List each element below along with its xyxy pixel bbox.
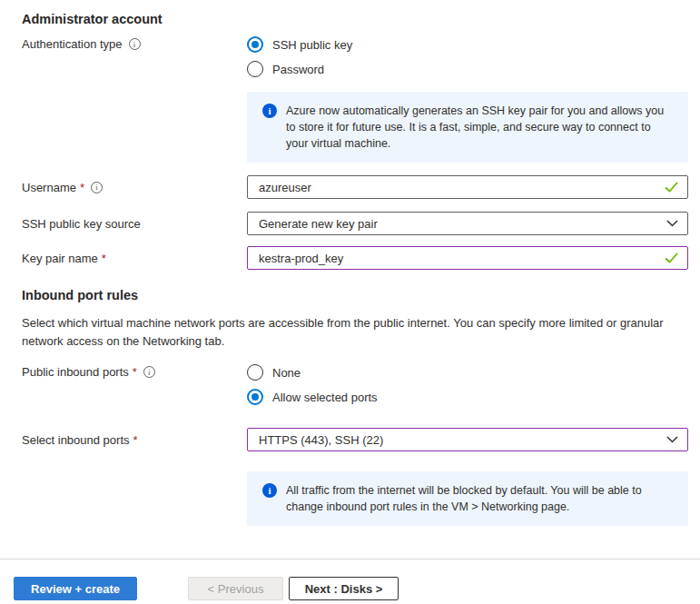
required-asterisk: * [133, 365, 137, 379]
inbound-traffic-info-box: All traffic from the internet will be bl… [247, 471, 688, 526]
row-select-inbound-ports: Select inbound ports* HTTPS (443), SSH (… [0, 428, 700, 451]
valid-check-icon [665, 182, 678, 193]
info-icon [262, 483, 277, 498]
radio-label: None [272, 366, 301, 380]
radio-selected-icon [247, 36, 263, 53]
row-ssh-public-key-source: SSH public key source Generate new key p… [0, 212, 700, 235]
radio-label: Allow selected ports [272, 391, 378, 404]
row-authentication-type: Authentication type SSH public key Passw… [0, 35, 700, 84]
row-key-pair-name: Key pair name* [0, 246, 700, 270]
row-username: Username* [0, 175, 700, 199]
dropdown-selected-value: HTTPS (443), SSH (22) [259, 433, 383, 447]
valid-check-icon [665, 252, 678, 263]
username-label: Username* [22, 181, 84, 194]
key-pair-name-input[interactable] [247, 246, 688, 270]
authentication-type-label: Authentication type [22, 37, 123, 51]
required-asterisk: * [133, 433, 138, 447]
ssh-key-source-label: SSH public key source [22, 217, 141, 231]
radio-none[interactable]: None [247, 363, 688, 381]
key-pair-name-label: Key pair name* [22, 252, 106, 265]
section-title-administrator-account: Administrator account [0, 0, 700, 26]
public-inbound-ports-label: Public inbound ports* [22, 365, 137, 379]
ssh-keypair-info-box: Azure now automatically generates an SSH… [247, 92, 688, 163]
footer-divider [0, 559, 700, 559]
required-asterisk: * [80, 181, 84, 194]
inbound-description: Select which virtual machine network por… [22, 314, 678, 351]
radio-label: Password [272, 63, 324, 76]
select-inbound-ports-label: Select inbound ports* [22, 433, 138, 447]
chevron-down-icon [666, 220, 678, 227]
required-asterisk: * [102, 252, 106, 265]
username-input[interactable] [247, 175, 688, 199]
section-title-inbound-port-rules: Inbound port rules [0, 288, 700, 302]
info-icon [262, 104, 277, 118]
next-disks-button[interactable]: Next : Disks > [289, 577, 399, 600]
select-inbound-ports-dropdown[interactable]: HTTPS (443), SSH (22) [247, 428, 688, 451]
previous-button[interactable]: < Previous [188, 577, 283, 600]
chevron-down-icon [666, 436, 678, 443]
info-box-text: Azure now automatically generates an SSH… [286, 103, 675, 152]
info-tooltip-icon[interactable] [143, 366, 155, 378]
vm-create-basics-form: Administrator account Authentication typ… [0, 0, 700, 600]
radio-selected-icon [247, 389, 263, 405]
row-traffic-info: All traffic from the internet will be bl… [0, 471, 700, 526]
radio-unselected-icon [247, 364, 263, 381]
ssh-key-source-dropdown[interactable]: Generate new key pair [247, 212, 688, 235]
info-box-text: All traffic from the internet will be bl… [286, 482, 675, 515]
radio-label: SSH public key [272, 38, 352, 52]
radio-allow-selected-ports[interactable]: Allow selected ports [247, 388, 688, 406]
info-tooltip-icon[interactable] [91, 182, 103, 193]
dropdown-selected-value: Generate new key pair [259, 217, 378, 231]
radio-password[interactable]: Password [247, 60, 688, 78]
wizard-footer: Review + create < Previous Next : Disks … [0, 577, 700, 600]
row-public-inbound-ports: Public inbound ports* None Allow selecte… [0, 363, 700, 412]
radio-ssh-public-key[interactable]: SSH public key [247, 35, 688, 54]
row-ssh-info: Azure now automatically generates an SSH… [0, 92, 700, 163]
radio-unselected-icon [247, 61, 263, 77]
review-create-button[interactable]: Review + create [14, 577, 137, 600]
info-tooltip-icon[interactable] [129, 38, 141, 50]
